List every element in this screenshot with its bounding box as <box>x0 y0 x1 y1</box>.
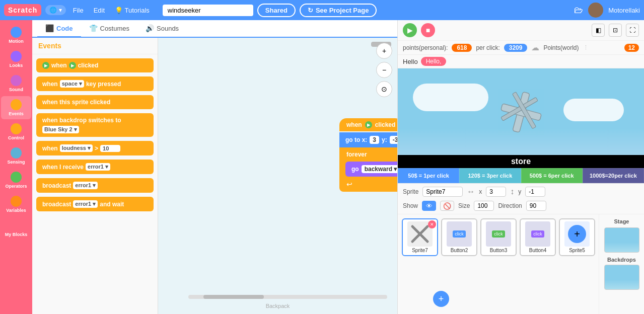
sidebar-item-control[interactable]: Control <box>1 120 31 143</box>
sidebar-item-operators[interactable]: Operators <box>1 169 31 192</box>
stage-panel-label: Stage <box>614 218 629 224</box>
blocks-header: Events <box>32 38 158 54</box>
sprite-thumb-sprite7[interactable]: ✕ Sprite7 <box>402 218 438 256</box>
scratch-logo[interactable]: Scratch <box>4 4 41 16</box>
x-value[interactable]: 3 <box>370 136 379 144</box>
forever-label: forever <box>343 149 397 160</box>
points-personal-label: points(personal): <box>403 44 448 51</box>
file-menu[interactable]: File <box>70 5 87 16</box>
edit-menu[interactable]: Edit <box>91 5 108 16</box>
goto-block[interactable]: go to x: 3 y: -3 <box>339 132 397 147</box>
user-avatar[interactable] <box>588 3 603 18</box>
stop-button[interactable]: ■ <box>421 23 435 37</box>
nav-right: 🗁 Motorellaki <box>574 3 640 18</box>
add-sprite-button[interactable]: + <box>433 291 449 307</box>
direction-input[interactable] <box>526 201 546 211</box>
folder-icon[interactable]: 🗁 <box>574 5 583 16</box>
sprite-name-input[interactable] <box>422 187 463 197</box>
sprite-thumb-button4[interactable]: click Button4 <box>520 218 556 256</box>
x-coord-input[interactable] <box>486 187 506 197</box>
cloud-icon: ☁ <box>531 43 539 52</box>
size-input[interactable] <box>474 201 494 211</box>
sprite-thumb-button2[interactable]: click Button2 <box>441 218 477 256</box>
sidebar-item-looks[interactable]: Looks <box>1 48 31 71</box>
sprite-info-row: Sprite ↔ x ↕ y <box>398 183 644 200</box>
show-visible-button[interactable]: 👁 <box>422 201 436 211</box>
sidebar-item-sound[interactable]: Sound <box>1 72 31 95</box>
sprite-thumb-button3[interactable]: click Button3 <box>480 218 517 256</box>
hat-block-when-clicked[interactable]: when ▶ clicked <box>339 118 397 131</box>
forever-block[interactable]: forever go backward ▾ 0 layers ↩ <box>339 147 397 192</box>
show-hidden-button[interactable]: 🚫 <box>440 201 454 211</box>
sprite-thumb-img-button3: click <box>486 221 511 247</box>
refresh-icon: ↻ <box>308 7 313 14</box>
sidebar-item-events[interactable]: Events <box>1 96 31 119</box>
tab-sounds[interactable]: 🔊 Sounds <box>137 20 187 38</box>
block-broadcast[interactable]: broadcast error1 ▾ <box>36 178 154 193</box>
globe-button[interactable]: 🌐 ▾ <box>45 5 65 15</box>
per-click-label: per click: <box>476 44 499 51</box>
sprite-info-label: Sprite <box>403 188 418 195</box>
move-icon: ↕ <box>510 187 514 196</box>
sidebar-item-motion[interactable]: Motion <box>1 24 31 47</box>
expand-icon[interactable]: ↩ <box>346 180 352 188</box>
sounds-tab-icon: 🔊 <box>146 24 154 32</box>
y-coord-input[interactable] <box>525 187 545 197</box>
wide-stage-button[interactable]: ⊡ <box>609 24 622 37</box>
script-area[interactable]: when ▶ clicked go to x: 3 y: -3 forever <box>158 38 397 314</box>
sprite-thumb-label-button3: Button3 <box>490 248 507 253</box>
narrow-stage-button[interactable]: ◧ <box>592 24 605 37</box>
store-btn-4[interactable]: 1000$=20per click <box>583 168 644 183</box>
sidebar-item-myblocks[interactable]: My Blocks <box>1 217 31 240</box>
direction-value[interactable]: backward ▾ <box>362 165 397 173</box>
sprite-thumb-label-sprite7: Sprite7 <box>412 248 428 253</box>
block-when-green-flag[interactable]: ▶ when ▶ clicked <box>36 58 154 72</box>
zoom-in-button[interactable]: + <box>376 43 392 59</box>
green-flag-button[interactable]: ▶ <box>403 23 417 37</box>
backdrop-thumb[interactable] <box>604 265 639 290</box>
backpack-label: Backpack <box>266 303 290 309</box>
block-broadcast-wait[interactable]: broadcast error1 ▾ and wait <box>36 197 154 211</box>
costumes-tab-icon: 👕 <box>89 24 98 32</box>
stage-panel: Stage Backdrops <box>599 214 644 314</box>
block-when-loudness[interactable]: when loudness ▾ > 10 <box>36 141 154 155</box>
horizontal-scrollbar[interactable] <box>188 295 387 299</box>
sprite-thumb-sprite5[interactable]: + Sprite5 <box>559 218 595 256</box>
go-backward-block[interactable]: go backward ▾ 0 layers <box>345 162 397 177</box>
blocks-panel: Events ▶ when ▶ clicked when space ▾ key… <box>32 38 158 314</box>
sidebar-item-sensing[interactable]: Sensing <box>1 144 31 168</box>
right-panel: ▶ ■ ◧ ⊡ ⛶ points(personal): 618 per clic… <box>397 20 644 314</box>
block-when-key[interactable]: when space ▾ key pressed <box>36 76 154 91</box>
store-btn-1[interactable]: 50$ = 1per click <box>398 168 459 183</box>
block-when-backdrop[interactable]: when backdrop switches to Blue Sky 2 ▾ <box>36 113 154 137</box>
stage-controls: ▶ ■ ◧ ⊡ ⛶ <box>398 20 644 41</box>
block-when-sprite-clicked[interactable]: when this sprite clicked <box>36 95 154 109</box>
stage-viewport[interactable]: store <box>398 68 644 168</box>
categories-panel: Motion Looks Sound Events Control Sensin… <box>0 20 32 314</box>
y-value[interactable]: -3 <box>390 136 397 144</box>
blocks-list: ▶ when ▶ clicked when space ▾ key presse… <box>32 54 158 314</box>
fullscreen-button[interactable]: ⛶ <box>626 24 639 37</box>
shared-button[interactable]: Shared <box>257 4 296 17</box>
tab-costumes[interactable]: 👕 Costumes <box>81 20 138 38</box>
tab-code[interactable]: ⬛ Code <box>37 20 81 38</box>
h-scroll-thumb[interactable] <box>203 295 264 299</box>
store-btn-2[interactable]: 120$ = 3per click <box>459 168 521 183</box>
points-world-info: ⋮ <box>583 44 589 51</box>
hello-label: Hello <box>403 58 418 65</box>
sidebar-item-variables[interactable]: Variables <box>1 193 31 216</box>
points-world-value: 12 <box>624 44 639 52</box>
project-name-input[interactable] <box>163 5 253 16</box>
user-name-label[interactable]: Motorellaki <box>608 7 640 14</box>
sprite-delete-sprite7[interactable]: ✕ <box>428 220 436 228</box>
block-when-receive[interactable]: when I receive error1 ▾ <box>36 160 154 174</box>
see-project-button[interactable]: ↻ See Project Page <box>300 4 377 17</box>
store-btn-3[interactable]: 500$ = 6per click <box>521 168 583 183</box>
zoom-reset-button[interactable]: ⊙ <box>376 81 392 97</box>
cloud-2 <box>563 99 624 121</box>
hello-bar: Hello Hello, <box>398 55 644 68</box>
tutorials-link[interactable]: 💡 Tutorials <box>112 5 153 16</box>
zoom-out-button[interactable]: − <box>376 62 392 78</box>
top-nav: Scratch 🌐 ▾ File Edit 💡 Tutorials Shared… <box>0 0 644 20</box>
stage-mini-thumb[interactable] <box>604 227 639 253</box>
